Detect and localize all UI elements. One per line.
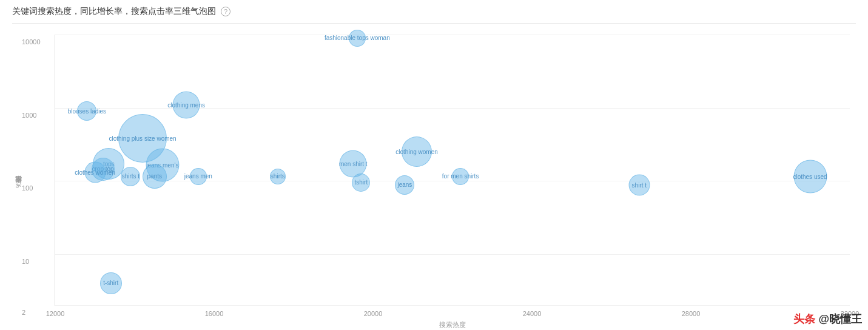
bubble-clothing-mens[interactable]: clothing mens — [173, 91, 200, 118]
chart-inner: 搜索热度 10000100010010212000160002000024000… — [24, 29, 856, 324]
bubble-label: pants — [147, 173, 162, 180]
title-bar: 关键词搜索热度，同比增长率，搜索点击率三维气泡图 ? — [12, 6, 856, 24]
chart-title: 关键词搜索热度，同比增长率，搜索点击率三维气泡图 — [12, 6, 216, 17]
bubble-label: blouses ladies — [68, 108, 106, 115]
bubble-label: clothes used — [793, 173, 827, 180]
bubble-label: tshirt — [355, 179, 368, 186]
bubble-label: clothing plus size women — [109, 135, 177, 142]
bubble-clothes-used[interactable]: clothes used — [793, 160, 827, 193]
bubble-pants[interactable]: pants — [143, 164, 167, 189]
help-icon[interactable]: ? — [221, 7, 230, 16]
plot-area: 搜索热度 10000100010010212000160002000024000… — [55, 35, 850, 306]
chart-area: 同比增长率（%） 搜索热度 10000100010010212000160002… — [12, 29, 856, 324]
main-container: 关键词搜索热度，同比增长率，搜索点击率三维气泡图 ? 同比增长率（%） 搜索热度… — [0, 0, 868, 330]
bubble-for-men-shirts[interactable]: for men shirts — [452, 168, 469, 185]
bubble-label: t-shirt — [103, 280, 118, 286]
bubble-label: shirts — [271, 173, 285, 180]
bubble-label: jeans — [397, 181, 412, 188]
bubble-label: for men shirts — [442, 173, 479, 180]
bubble-fashionable-tops-woman[interactable]: fashionable tops woman — [349, 30, 366, 47]
bubble-label: clothing women — [395, 149, 437, 155]
x-axis-label: 搜索热度 — [439, 320, 466, 329]
bubble-shirts[interactable]: shirts — [270, 169, 286, 184]
y-axis-label: 同比增长率（%） — [12, 29, 24, 324]
bubble-blouses-ladies[interactable]: blouses ladies — [77, 101, 96, 121]
bubble-t-shirt[interactable]: t-shirt — [100, 272, 122, 294]
bubble-label: jeans men — [184, 173, 212, 180]
bubble-shirt-t[interactable]: shirt t — [628, 174, 650, 195]
bubble-label: shirts t — [122, 173, 140, 180]
bubble-label: men shirt t — [339, 161, 368, 167]
bubble-jeans[interactable]: jeans — [395, 175, 414, 195]
bubble-jeans-men[interactable]: jeans men — [190, 168, 207, 185]
bubble-shirts-t[interactable]: shirts t — [121, 167, 140, 186]
bubble-clothing-women[interactable]: clothing women — [402, 136, 432, 167]
bubble-label: fashionable tops woman — [325, 35, 390, 41]
bubble-label: shirt t — [632, 181, 647, 188]
watermark: 头条 @晓懂王 — [793, 312, 862, 326]
bubble-clothes-women[interactable]: clothes women — [84, 162, 106, 183]
bubble-label: clothing mens — [167, 101, 205, 108]
bubble-tshirt[interactable]: tshirt — [352, 173, 370, 192]
